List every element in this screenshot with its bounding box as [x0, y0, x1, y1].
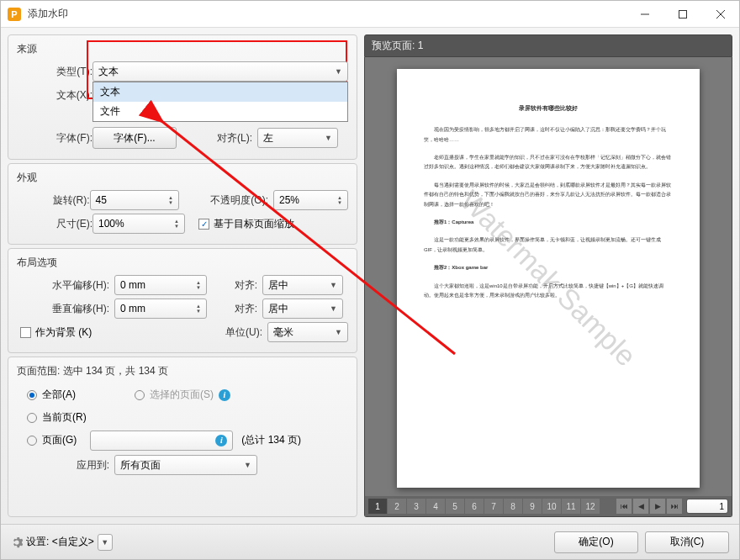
preview-page: 录屏软件有哪些比较好 现在因为受疫情影响，很多地方都开启了网课，这时不仅让小编陷…	[397, 69, 700, 488]
page-number[interactable]: 1	[368, 499, 387, 514]
rotate-value: 45	[96, 194, 168, 206]
size-label: 尺寸(E):	[17, 217, 92, 231]
size-value: 100%	[98, 218, 174, 230]
cancel-button[interactable]: 取消(C)	[645, 531, 729, 553]
group-range-title: 页面范围: 选中 134 页，共 134 页	[17, 364, 348, 378]
opacity-input[interactable]: 25% ▲▼	[273, 190, 348, 210]
svg-rect-1	[679, 10, 686, 18]
type-value: 文本	[98, 65, 119, 79]
radio-selected-label: 选择的页面(S)	[150, 388, 214, 402]
minimize-button[interactable]	[626, 1, 663, 28]
unit-select[interactable]: 毫米 ▼	[267, 322, 348, 342]
background-label: 作为背景 (K)	[35, 325, 92, 340]
valign-value: 居中	[268, 302, 288, 316]
group-layout: 布局选项 水平偏移(H): 0 mm ▲▼ 对齐: 居中 ▼ 垂直偏移(H):	[8, 248, 357, 353]
close-icon	[716, 10, 725, 18]
page-number[interactable]: 11	[562, 499, 580, 514]
source-align-label: 对齐(L):	[185, 131, 252, 145]
footer: 设置: <自定义> ▼ 确定(O) 取消(C)	[1, 524, 739, 559]
opacity-value: 25%	[279, 194, 337, 206]
dropdown-opt-file[interactable]: 文件	[93, 102, 347, 121]
page-number[interactable]: 8	[504, 499, 522, 514]
valign-select[interactable]: 居中 ▼	[262, 298, 343, 319]
apply-label: 应用到:	[17, 458, 109, 473]
unit-value: 毫米	[273, 325, 293, 340]
info-icon: i	[215, 435, 227, 446]
spinner-arrows-icon: ▲▼	[196, 304, 201, 314]
scale-label: 基于目标页面缩放	[214, 217, 294, 231]
voff-input[interactable]: 0 mm ▲▼	[114, 298, 207, 319]
halign-select[interactable]: 居中 ▼	[262, 275, 343, 295]
pager-input[interactable]	[686, 499, 728, 514]
radio-current[interactable]	[27, 413, 37, 423]
total-pages-label: (总计 134 页)	[241, 433, 301, 447]
source-align-value: 左	[263, 131, 273, 145]
radio-pages[interactable]	[27, 436, 37, 446]
page-number[interactable]: 6	[465, 499, 484, 514]
page-number[interactable]: 3	[407, 499, 426, 514]
pager-next-button[interactable]: ▶	[650, 499, 665, 514]
font-button[interactable]: 字体(F)...	[92, 127, 177, 149]
background-checkbox[interactable]	[20, 327, 31, 338]
voff-label: 垂直偏移(H):	[17, 302, 109, 316]
group-appearance: 外观 旋转(R): 45 ▲▼ 不透明度(O): 25% ▲▼ 尺寸(E):	[8, 163, 357, 245]
size-input[interactable]: 100% ▲▼	[92, 214, 185, 234]
type-select[interactable]: 文本 ▼ 文本 文件	[92, 61, 348, 82]
pager-first-button[interactable]: ⏮	[616, 499, 632, 514]
group-range: 页面范围: 选中 134 页，共 134 页 全部(A) 选择的页面(S) i …	[8, 357, 357, 517]
page-number[interactable]: 9	[523, 499, 542, 514]
gear-icon	[11, 536, 23, 548]
source-align-select[interactable]: 左 ▼	[257, 128, 338, 148]
apply-select[interactable]: 所有页面 ▼	[114, 455, 257, 475]
window-title: 添加水印	[28, 7, 626, 21]
preview-title: 预览页面: 1	[364, 34, 732, 57]
rotate-label: 旋转(R):	[17, 193, 90, 208]
spinner-arrows-icon: ▲▼	[168, 195, 173, 205]
settings-label: 设置: <自定义>	[26, 535, 94, 549]
titlebar: P 添加水印	[1, 1, 739, 28]
chevron-down-icon: ▼	[330, 281, 337, 289]
hoff-input[interactable]: 0 mm ▲▼	[114, 275, 207, 295]
page-number[interactable]: 10	[542, 499, 561, 514]
group-appearance-title: 外观	[17, 171, 348, 185]
unit-label: 单位(U):	[212, 325, 262, 340]
voff-value: 0 mm	[120, 303, 196, 314]
spinner-arrows-icon: ▲▼	[174, 219, 179, 229]
radio-pages-label: 页面(G)	[42, 433, 77, 447]
page-number[interactable]: 2	[388, 499, 406, 514]
page-number[interactable]: 4	[426, 499, 445, 514]
page-number[interactable]: 7	[484, 499, 503, 514]
ok-button[interactable]: 确定(O)	[554, 531, 638, 553]
preview-body: 录屏软件有哪些比较好 现在因为受疫情影响，很多地方都开启了网课，这时不仅让小编陷…	[364, 57, 732, 517]
app-icon: P	[8, 8, 21, 21]
pager-last-button[interactable]: ⏭	[667, 499, 682, 514]
settings-dropdown[interactable]: ▼	[98, 534, 113, 551]
maximize-icon	[679, 10, 687, 18]
text-label: 文本(X):	[17, 88, 92, 103]
type-label: 类型(T):	[17, 65, 92, 79]
spinner-arrows-icon: ▲▼	[337, 195, 342, 205]
dropdown-opt-text[interactable]: 文本	[93, 82, 347, 102]
scale-checkbox[interactable]: ✓	[198, 219, 209, 230]
window: P 添加水印 来源 类型(T): 文本	[0, 0, 740, 560]
pager-prev-button[interactable]: ◀	[633, 499, 648, 514]
type-dropdown: 文本 文件	[92, 82, 348, 122]
group-source: 来源 类型(T): 文本 ▼ 文本 文件 文本(X):	[8, 34, 357, 160]
chevron-down-icon: ▼	[335, 328, 342, 336]
chevron-down-icon: ▼	[244, 461, 251, 469]
hoff-value: 0 mm	[120, 279, 196, 291]
group-source-title: 来源	[17, 42, 348, 56]
group-layout-title: 布局选项	[17, 256, 348, 270]
main-area: 来源 类型(T): 文本 ▼ 文本 文件 文本(X):	[1, 28, 739, 524]
page-number[interactable]: 5	[446, 499, 464, 514]
info-icon: i	[219, 389, 230, 401]
page-number[interactable]: 12	[581, 499, 600, 514]
halign-label: 对齐:	[207, 278, 257, 293]
maximize-button[interactable]	[663, 1, 701, 28]
preview-canvas: 录屏软件有哪些比较好 现在因为受疫情影响，很多地方都开启了网课，这时不仅让小编陷…	[365, 57, 732, 496]
radio-all[interactable]	[27, 390, 37, 400]
close-button[interactable]	[701, 1, 739, 28]
apply-value: 所有页面	[120, 458, 161, 473]
doc-p: 现在因为受疫情影响，很多地方都开启了网课，这时不仅让小编陷入了沉思：那我还要交学…	[424, 125, 673, 145]
rotate-input[interactable]: 45 ▲▼	[90, 190, 179, 210]
